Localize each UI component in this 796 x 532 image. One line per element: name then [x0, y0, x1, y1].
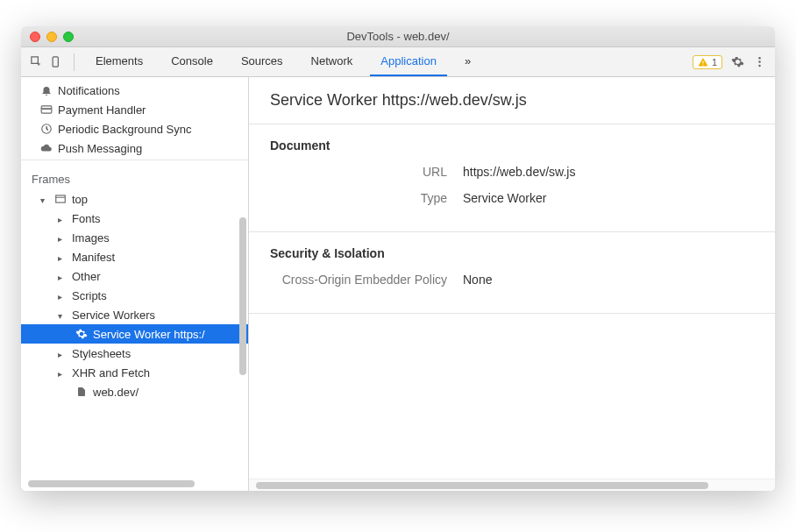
tab-network[interactable]: Network	[301, 47, 364, 76]
sidebar-item-notifications[interactable]: Notifications	[21, 81, 248, 100]
sidebar-vertical-scrollbar[interactable]	[239, 217, 246, 375]
tree-service-workers[interactable]: Service Workers	[21, 305, 248, 324]
tree-label: Images	[72, 231, 110, 245]
warning-count: 1	[712, 57, 717, 67]
url-label: URL	[270, 165, 463, 179]
window-title: DevTools - web.dev/	[30, 30, 766, 43]
tree-scripts[interactable]: Scripts	[21, 286, 248, 305]
tree-label: Other	[72, 270, 101, 283]
sidebar-item-periodic-bg-sync[interactable]: Periodic Background Sync	[21, 119, 248, 138]
application-sidebar: Notifications Payment Handler Periodic B…	[21, 77, 249, 491]
svg-rect-9	[56, 195, 66, 202]
tree-top[interactable]: top	[21, 189, 248, 209]
clock-icon	[40, 123, 53, 135]
tree-xhr-fetch[interactable]: XHR and Fetch	[21, 363, 248, 382]
main-horizontal-scrollbar[interactable]	[249, 479, 775, 491]
sidebar-item-label: Notifications	[58, 84, 120, 97]
frames-section-label: Frames	[21, 164, 248, 189]
tree-images[interactable]: Images	[21, 228, 248, 247]
tab-application[interactable]: Application	[370, 47, 447, 76]
type-label: Type	[270, 191, 463, 205]
toggle-device-icon[interactable]	[50, 55, 63, 68]
tab-elements[interactable]: Elements	[85, 47, 153, 76]
tree-label: web.dev/	[93, 386, 139, 399]
settings-gear-icon[interactable]	[731, 55, 744, 68]
divider	[74, 53, 75, 71]
svg-rect-7	[41, 108, 52, 110]
svg-rect-0	[53, 57, 58, 67]
svg-point-5	[758, 65, 761, 67]
tree-label: Fonts	[72, 212, 101, 225]
coep-label: Cross-Origin Embedder Policy	[270, 273, 463, 287]
sidebar-item-payment-handler[interactable]: Payment Handler	[21, 100, 248, 119]
more-vertical-icon[interactable]	[753, 55, 766, 68]
tab-sources[interactable]: Sources	[231, 47, 294, 76]
file-icon	[75, 387, 88, 397]
sidebar-horizontal-scrollbar[interactable]	[28, 480, 195, 487]
sidebar-item-label: Periodic Background Sync	[58, 123, 191, 136]
tab-console[interactable]: Console	[160, 47, 224, 76]
svg-point-3	[758, 57, 761, 60]
tree-label: top	[72, 193, 88, 206]
tree-label: Scripts	[72, 289, 107, 302]
titlebar: DevTools - web.dev/	[21, 26, 775, 47]
tree-fonts[interactable]: Fonts	[21, 209, 248, 228]
coep-value: None	[463, 273, 492, 287]
section-security: Security & Isolation Cross-Origin Embedd…	[249, 232, 775, 314]
tree-label: Manifest	[72, 251, 115, 264]
tree-manifest[interactable]: Manifest	[21, 247, 248, 266]
tree-label: Service Worker https:/	[93, 328, 205, 341]
tabs-overflow[interactable]: »	[454, 47, 481, 76]
url-value: https://web.dev/sw.js	[463, 165, 575, 179]
tree-label: XHR and Fetch	[72, 366, 150, 379]
bell-icon	[40, 84, 53, 96]
tree-label: Stylesheets	[72, 347, 131, 360]
devtools-toolbar: Elements Console Sources Network Applica…	[21, 47, 775, 77]
tree-label: Service Workers	[72, 309, 155, 322]
svg-rect-1	[702, 60, 703, 63]
sidebar-item-label: Payment Handler	[58, 103, 146, 117]
svg-point-4	[758, 60, 761, 63]
gear-icon	[75, 328, 88, 340]
tree-other[interactable]: Other	[21, 266, 248, 286]
sidebar-item-label: Push Messaging	[58, 142, 142, 155]
section-heading: Document	[270, 138, 754, 153]
window-icon	[54, 193, 67, 205]
cloud-icon	[40, 142, 53, 154]
expand-caret-icon[interactable]	[40, 193, 49, 206]
section-heading: Security & Isolation	[270, 246, 754, 260]
tree-service-worker-item[interactable]: Service Worker https:/	[21, 324, 248, 344]
tree-stylesheets[interactable]: Stylesheets	[21, 344, 248, 363]
sidebar-item-push-messaging[interactable]: Push Messaging	[21, 138, 248, 158]
svg-rect-2	[702, 64, 703, 65]
main-title: Service Worker https://web.dev/sw.js	[249, 77, 775, 124]
tree-webdev[interactable]: web.dev/	[21, 382, 248, 401]
main-panel: Service Worker https://web.dev/sw.js Doc…	[249, 77, 775, 491]
card-icon	[40, 103, 53, 116]
warning-badge[interactable]: 1	[693, 55, 722, 69]
inspect-element-icon[interactable]	[30, 55, 43, 68]
section-document: Document URL https://web.dev/sw.js Type …	[249, 124, 775, 232]
type-value: Service Worker	[463, 191, 546, 205]
